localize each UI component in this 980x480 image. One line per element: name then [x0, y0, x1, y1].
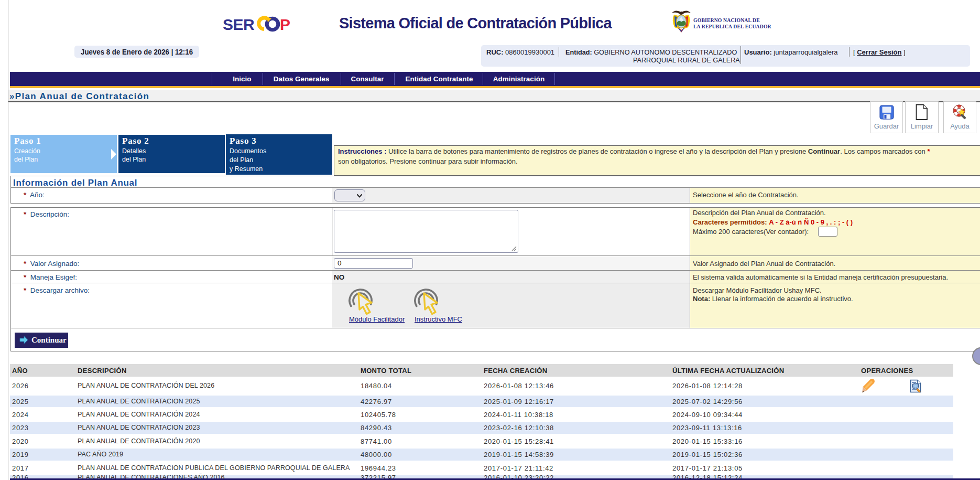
svg-text:P: P: [280, 16, 290, 33]
svg-text:SER: SER: [223, 16, 255, 33]
